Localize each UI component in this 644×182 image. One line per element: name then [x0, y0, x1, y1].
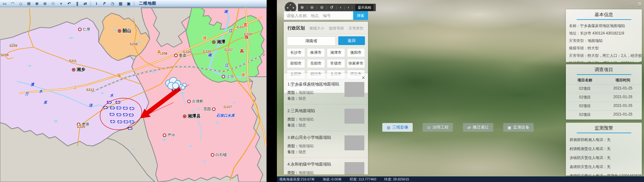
globe-3d-icon: ◍ [387, 125, 390, 130]
pan-icon[interactable]: + [58, 1, 64, 6]
close-icon[interactable]: × [362, 75, 365, 81]
map-mode-label[interactable]: 二维地图 [136, 1, 159, 6]
ruler-icon[interactable]: ▭ [1, 1, 8, 6]
info-row: 规模等级：特大型 [566, 44, 642, 52]
thumbnail [344, 135, 364, 150]
province-button[interactable]: 湖南省 [287, 36, 336, 46]
table-row[interactable]: 02项目 2021-01-25 [566, 111, 642, 119]
tab-danger-level[interactable]: 险情等级 [329, 26, 344, 31]
zoom-in-icon[interactable]: ⊕ [33, 1, 40, 6]
zoom-in-icon[interactable]: ⊕ [300, 4, 304, 11]
monitor-row: 乡镇防灾责任人电话：无 [566, 153, 642, 162]
title-underline [577, 19, 631, 20]
toolbar-icons: ▭ ◠ ◇ ⊞ ⊕ ⊖ ☉ + ↶ ∥ [1, 1, 135, 6]
monitor-panel: 监测预警 群测群防检测人电话：无 村级检测责任人电话：无 乡镇防灾责任人电话：无… [566, 123, 642, 175]
basic-info-panel: 基本信息 名称：宁乡县煤炭坝地区地面塌陷 地址：长沙市 430124 43018… [566, 9, 642, 62]
app-window: ▭ ◠ ◇ ⊞ ⊕ ⊖ ☉ + ↶ ∥ [0, 0, 644, 182]
swap-icon[interactable]: ⇄ [82, 1, 89, 6]
panel-title: 基本信息 [566, 9, 642, 19]
measure-area-icon[interactable]: ◇ [17, 1, 24, 6]
city-button[interactable]: 株洲市 [307, 48, 325, 57]
city-button[interactable]: 衡阳市 [347, 48, 365, 57]
export-icon[interactable]: ↱ [101, 1, 108, 6]
print-icon[interactable]: ▦ [117, 1, 124, 6]
info-row: 地址：长沙市 430124 430182119 [566, 30, 642, 37]
table-row[interactable]: 02项目 2021-01-25 [566, 102, 642, 111]
survey-panel: 调查项目 项目名称 项目时间 02项目 2021-01-25 02项目 2021… [566, 64, 642, 120]
view-altitude: 视角海拔高度:216.67米 [279, 177, 315, 182]
back-button[interactable]: 返回 [338, 36, 365, 45]
separator[interactable]: │ [133, 1, 135, 6]
btn-treatment-project[interactable]: ⊙治理工程 [423, 123, 453, 132]
tab-scale-size[interactable]: 规模大小 [309, 26, 324, 31]
search-button[interactable]: 搜索 [353, 11, 368, 20]
basic-info-rows: 名称：宁乡县煤炭坝地区地面塌陷 地址：长沙市 430124 430182119 … [566, 22, 642, 62]
title-underline [577, 74, 631, 75]
tab-admin-division[interactable]: 行政区划 [287, 25, 305, 31]
measure-distance-icon[interactable]: ◠ [9, 1, 16, 6]
zoom-out-icon[interactable]: ⊖ [42, 1, 48, 6]
show-elevation-button[interactable]: 显示高程 [355, 4, 373, 11]
search-input[interactable] [284, 11, 353, 20]
previous-view-icon[interactable]: ↶ [66, 1, 73, 6]
map-2d-section: ▭ ◠ ◇ ⊞ ⊕ ⊖ ☉ + ↶ ∥ [0, 0, 267, 182]
device-icon: ▣ [508, 125, 511, 130]
reset-view-icon[interactable]: ↺ [330, 4, 333, 11]
section-divider [267, 0, 277, 182]
monitor-row: 县级防灾责任人电话：无 [566, 162, 642, 171]
print-preview-icon[interactable]: ▣ [125, 1, 132, 6]
province-row: 湖南省 返回 [284, 34, 368, 46]
survey-rows: 02项目 2021-01-25 02项目 2021-01-25 02项目 202… [566, 84, 642, 120]
btn-relocation[interactable]: ⇄搬迁避让 [463, 123, 493, 132]
monitor-row: 村级检测责任人电话：无 [566, 144, 642, 153]
info-row: 灾害类型：地面塌陷 [566, 37, 642, 44]
identify-icon[interactable]: i [93, 1, 100, 6]
full-extent-icon[interactable]: ☉ [50, 1, 56, 6]
panel-title: 调查项目 [566, 64, 642, 74]
table-row[interactable]: 02项目 2021-01-25 [566, 119, 642, 120]
city-button[interactable]: 湘潭市 [327, 48, 345, 57]
bottom-buttons: ◍三维影像 ⊙治理工程 ⇄搬迁避让 ▣监测设备 [382, 123, 534, 132]
city-button[interactable]: 岳阳市 [307, 59, 325, 68]
info-row: 名称：宁乡县煤炭坝地区地面塌陷 [566, 22, 642, 30]
forward-view-icon[interactable]: › [348, 4, 349, 11]
history-icon[interactable]: ◷ [109, 1, 116, 6]
tab-disaster-type[interactable]: 灾害类型 [349, 26, 363, 31]
list-item[interactable]: 4.永和初级中学地面塌陷 类型：地面塌陷 备注：隐患 [284, 158, 368, 175]
table-row[interactable]: 02项目 2021-01-25 [566, 84, 642, 93]
zoom-out-icon[interactable]: ⊖ [310, 4, 314, 11]
status-bar: 视角海拔高度:216.67米 海拔:-0.00米 经度: 113.777460 … [277, 176, 644, 182]
list-item[interactable]: 1.宁乡县煤炭坝地区地面塌陷 类型：地面塌陷 备注：隐患 [284, 73, 368, 104]
relocation-icon: ⇄ [468, 125, 471, 130]
panel-title: 监测预警 [566, 123, 642, 133]
grid-layers-icon[interactable]: ⊞ [25, 1, 32, 6]
btn-3d-imagery[interactable]: ◍三维影像 [382, 123, 413, 132]
separator[interactable]: │ [90, 1, 92, 6]
thumbnail [344, 82, 364, 97]
circle-select-icon[interactable]: ⊘ [320, 4, 324, 11]
city-button[interactable]: 张家界市 [347, 59, 365, 68]
corner-icons: ⌂ ◍ [631, 1, 642, 7]
city-button[interactable]: 常德市 [327, 59, 345, 68]
home-icon[interactable]: ⌂ [631, 1, 634, 7]
btn-monitor-device[interactable]: ▣监测设备 [503, 123, 534, 132]
monitor-row: 市级防灾责任人电话：廖建华 13808468606 [566, 171, 642, 175]
map-canvas[interactable]: 仁厚 韶山 湘乡 姜畲 湘潭 上马 古塘桥 茶园 湘潭县 [0, 7, 267, 182]
disaster-list-panel: × 1.宁乡县煤炭坝地区地面塌陷 类型：地面塌陷 备注：隐患 2.三凤地面塌陷 … [284, 73, 368, 175]
altitude: 海拔:-0.00米 [323, 177, 342, 182]
layers-globe-icon[interactable]: ◍ [637, 1, 642, 7]
pause-icon[interactable]: ∥ [74, 1, 81, 6]
table-row[interactable]: 02项目 2021-01-25 [566, 93, 642, 102]
city-button[interactable]: 邵阳市 [287, 59, 305, 68]
filter-tabs: 行政区划 规模大小 险情等级 灾害类型 [284, 24, 368, 34]
map-vector-layer [0, 7, 267, 182]
back-view-icon[interactable]: ‹ [340, 4, 341, 11]
list-item[interactable]: 3.铁山完全小学地面塌陷 类型：地面塌陷 备注：隐患 [284, 131, 368, 158]
city-button[interactable]: 长沙市 [287, 48, 305, 57]
list-item[interactable]: 2.三凤地面塌陷 类型：地面塌陷 备注：隐患 [284, 104, 368, 131]
thumbnail [344, 109, 364, 124]
disaster-items: 1.宁乡县煤炭坝地区地面塌陷 类型：地面塌陷 备注：隐患 2.三凤地面塌陷 类型… [284, 73, 368, 175]
title-underline [577, 133, 631, 133]
search-bar: 搜索 [284, 11, 368, 20]
map-3d-section: ▲▼ ◀▶ ⊕| ⊖| ⊘| ↺| ‹| ›| 显示高程 搜索 行政区划 规模大… [277, 0, 644, 182]
